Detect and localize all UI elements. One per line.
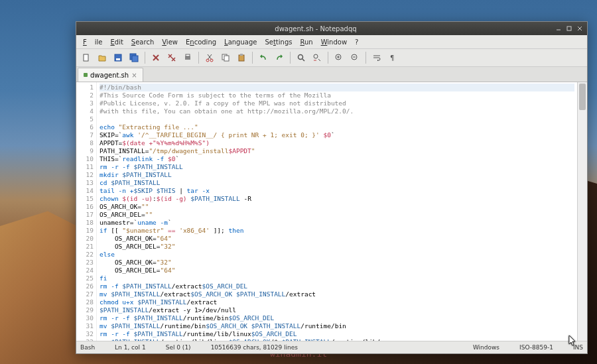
code-line[interactable]: OS_ARCH_DEL="32" xyxy=(100,243,574,251)
svg-rect-7 xyxy=(186,54,190,56)
svg-rect-0 xyxy=(567,27,571,30)
menu-language[interactable]: Language xyxy=(220,38,261,46)
status-eol: Windows xyxy=(473,344,499,351)
code-line[interactable]: SKIP=`awk '/^__TARFILE_BEGIN__/ { print … xyxy=(100,131,574,139)
toolbar-separator xyxy=(290,52,291,64)
print-button[interactable] xyxy=(180,50,195,65)
svg-text:¶: ¶ xyxy=(390,54,394,62)
titlebar[interactable]: dwagent.sh - Notepadqq xyxy=(76,22,587,35)
tab-dwagent[interactable]: dwagent.sh × xyxy=(78,68,143,82)
toolbar-separator xyxy=(328,52,328,64)
code-line[interactable]: chmod u+x $PATH_INSTALL/extract xyxy=(100,298,574,306)
status-language: Bash xyxy=(80,344,95,351)
code-line[interactable]: OS_ARCH_DEL="64" xyxy=(100,267,574,274)
find-button[interactable] xyxy=(294,50,308,65)
status-encoding: ISO-8859-1 xyxy=(519,344,553,351)
menu-view[interactable]: View xyxy=(158,38,182,46)
code-line[interactable]: cd $PATH_INSTALL xyxy=(100,179,574,187)
code-line[interactable]: rm -r -f $PATH_INSTALL xyxy=(100,163,574,171)
menu-help[interactable]: ? xyxy=(351,38,362,46)
code-line[interactable]: OS_ARCH_DEL="" xyxy=(100,211,574,219)
toolbar-separator xyxy=(365,52,366,64)
status-bar: Bash Ln 1, col 1 Sel 0 (1) 10516639 char… xyxy=(76,341,587,353)
maximize-button[interactable] xyxy=(564,24,574,33)
menu-edit[interactable]: Edit xyxy=(106,38,127,46)
svg-rect-11 xyxy=(224,56,229,61)
new-file-button[interactable] xyxy=(79,50,94,65)
menu-file[interactable]: File xyxy=(79,38,106,46)
menubar: File Edit Search View Encoding Language … xyxy=(76,35,587,49)
code-line[interactable]: #!/bin/bash xyxy=(100,84,574,91)
scrollbar-thumb[interactable] xyxy=(579,84,586,110)
status-position: Ln 1, col 1 xyxy=(115,344,146,351)
code-line[interactable]: mv $PATH_INSTALL/runtime/bin$OS_ARCH_OK … xyxy=(100,322,574,330)
toolbar: ¶ xyxy=(76,49,587,67)
open-file-button[interactable] xyxy=(95,50,109,65)
code-line[interactable]: rm -r -f $PATH_INSTALL/runtime/bin$OS_AR… xyxy=(100,314,574,322)
menu-encoding[interactable]: Encoding xyxy=(182,38,220,46)
code-line[interactable]: OS_ARCH_OK="" xyxy=(100,203,574,211)
svg-point-14 xyxy=(298,55,303,60)
code-line[interactable]: fi xyxy=(100,274,574,282)
line-number-gutter: 1 2 3 4 5 6 7 8 9 10 11 12 13 14 15 16 1… xyxy=(76,82,97,341)
copy-button[interactable] xyxy=(218,50,233,65)
svg-rect-3 xyxy=(116,58,120,60)
code-line[interactable]: tail -n +$SKIP $THIS | tar -x xyxy=(100,187,574,195)
code-line[interactable]: #with this file, You can obtain one at h… xyxy=(100,107,574,115)
close-all-button[interactable] xyxy=(165,50,179,65)
zoom-out-button[interactable] xyxy=(348,50,362,65)
code-line[interactable]: if [[ "$unamestr" == 'x86_64' ]]; then xyxy=(100,227,574,235)
code-line[interactable] xyxy=(100,115,574,123)
show-symbols-button[interactable]: ¶ xyxy=(385,50,400,65)
menu-settings[interactable]: Settings xyxy=(261,38,296,46)
vertical-scrollbar[interactable] xyxy=(577,82,587,341)
save-button[interactable] xyxy=(111,50,125,65)
save-all-button[interactable] xyxy=(127,50,141,65)
svg-rect-5 xyxy=(132,56,138,62)
svg-rect-6 xyxy=(185,56,190,60)
menu-search[interactable]: Search xyxy=(127,38,158,46)
status-chars: 10516639 chars, 81029 lines xyxy=(211,344,298,351)
code-line[interactable]: APPDT=$(date +"%Y%m%d%H%M%S") xyxy=(100,139,574,147)
minimize-button[interactable] xyxy=(554,24,563,33)
svg-rect-12 xyxy=(239,55,244,61)
cut-button[interactable] xyxy=(202,50,217,65)
code-line[interactable]: PATH_INSTALL="/tmp/dwagent_install$APPDT… xyxy=(100,147,574,155)
code-line[interactable]: echo "Extracting file ..." xyxy=(100,123,574,131)
code-line[interactable]: OS_ARCH_OK="64" xyxy=(100,235,574,243)
code-line[interactable]: mv $PATH_INSTALL/runtime/lib/linux$OS_AR… xyxy=(100,338,574,341)
code-line[interactable]: #This Source Code Form is subject to the… xyxy=(100,91,574,99)
code-line[interactable]: #Public License, v. 2.0. If a copy of th… xyxy=(100,99,574,107)
code-line[interactable]: rm -f $PATH_INSTALL/extract$OS_ARCH_DEL xyxy=(100,282,574,290)
zoom-in-button[interactable] xyxy=(332,50,346,65)
tab-bar: dwagent.sh × xyxy=(76,67,587,82)
code-line[interactable]: mkdir $PATH_INSTALL xyxy=(100,171,574,179)
word-wrap-button[interactable] xyxy=(369,50,384,65)
close-button[interactable] xyxy=(575,24,584,33)
tab-close-icon[interactable]: × xyxy=(131,72,137,79)
svg-rect-1 xyxy=(84,54,88,61)
tab-label: dwagent.sh xyxy=(90,72,129,79)
replace-button[interactable] xyxy=(310,50,324,65)
menu-window[interactable]: Window xyxy=(317,38,351,46)
code-line[interactable]: unamestr=`uname -m` xyxy=(100,219,574,227)
toolbar-separator xyxy=(145,52,145,64)
editor[interactable]: 1 2 3 4 5 6 7 8 9 10 11 12 13 14 15 16 1… xyxy=(76,82,587,341)
code-area[interactable]: #!/bin/bash#This Source Code Form is sub… xyxy=(97,82,577,341)
status-selection: Sel 0 (1) xyxy=(166,344,191,351)
mouse-cursor-icon xyxy=(568,335,577,349)
menu-run[interactable]: Run xyxy=(296,38,316,46)
tab-modified-icon xyxy=(84,73,88,77)
redo-button[interactable] xyxy=(272,50,287,65)
close-file-button[interactable] xyxy=(149,50,163,65)
paste-button[interactable] xyxy=(234,50,249,65)
code-line[interactable]: rm -r -f $PATH_INSTALL/runtime/lib/linux… xyxy=(100,330,574,338)
code-line[interactable]: OS_ARCH_OK="32" xyxy=(100,259,574,267)
code-line[interactable]: THIS=`readlink -f $0` xyxy=(100,155,574,163)
toolbar-separator xyxy=(252,52,253,64)
code-line[interactable]: else xyxy=(100,251,574,259)
code-line[interactable]: mv $PATH_INSTALL/extract$OS_ARCH_OK $PAT… xyxy=(100,290,574,298)
code-line[interactable]: chown $(id -u):$(id -g) $PATH_INSTALL -R xyxy=(100,195,574,203)
code-line[interactable]: $PATH_INSTALL/extract -y 1>/dev/null xyxy=(100,306,574,314)
undo-button[interactable] xyxy=(256,50,271,65)
